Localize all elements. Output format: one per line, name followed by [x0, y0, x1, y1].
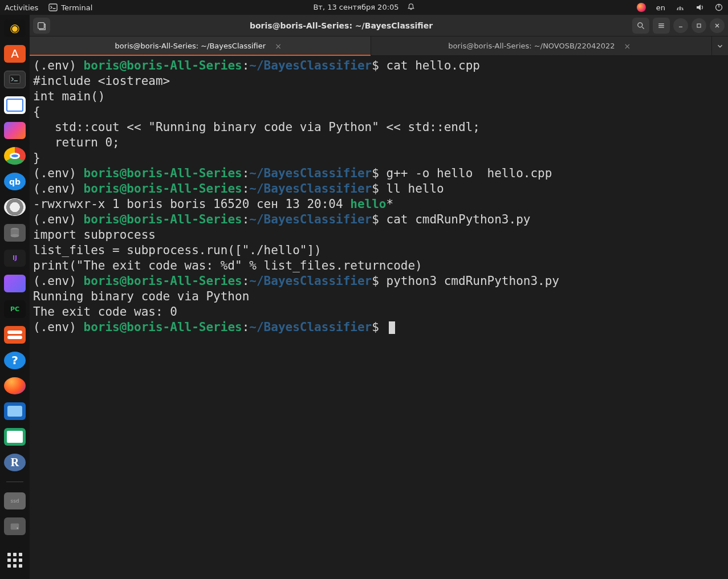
- cmd-cat-hello: cat hello.cpp: [387, 59, 480, 72]
- svg-rect-9: [697, 24, 701, 27]
- prompt-path: ~/BayesClassifier: [249, 213, 372, 226]
- tab-dropdown-button[interactable]: [712, 36, 728, 55]
- output-line: *: [387, 197, 394, 211]
- dock-item-mounted-ssd[interactable]: ssd: [4, 492, 26, 510]
- prompt-sep: :: [242, 274, 250, 288]
- clock[interactable]: Вт, 13 сентября 20:05: [313, 3, 398, 13]
- prompt-sep: :: [242, 166, 250, 180]
- dock-item-pycharm[interactable]: PC: [4, 300, 26, 318]
- dock-item-libreoffice-calc[interactable]: [4, 428, 26, 446]
- prompt-user: boris@boris-All-Series: [84, 182, 242, 195]
- show-applications-button[interactable]: [4, 551, 26, 569]
- prompt-sep: :: [242, 320, 250, 334]
- prompt-path: ~/BayesClassifier: [249, 59, 372, 72]
- prompt-dollar: $: [372, 182, 386, 195]
- dock: ◉ A qb IJ PC ? R ssd: [0, 15, 30, 579]
- dock-item-intellij[interactable]: IJ: [4, 250, 26, 267]
- dock-item-text-editor[interactable]: [4, 96, 26, 114]
- prompt-user: boris@boris-All-Series: [84, 213, 242, 226]
- dock-separator: [6, 482, 23, 482]
- terminal-tab-1[interactable]: boris@boris-All-Series: ~/BayesClassifie…: [30, 36, 371, 55]
- dock-item-help[interactable]: ?: [4, 352, 26, 369]
- svg-rect-0: [49, 4, 57, 11]
- terminal-tab-bar: boris@boris-All-Series: ~/BayesClassifie…: [30, 36, 728, 56]
- terminal-tab-2[interactable]: boris@boris-All-Series: ~/NOVOSB/2204202…: [371, 36, 713, 55]
- prompt-user: boris@boris-All-Series: [84, 274, 242, 288]
- dock-item-disk-analyzer[interactable]: [4, 122, 26, 140]
- venv-prefix: (.env): [33, 182, 84, 195]
- dock-item-tweaks[interactable]: [4, 326, 26, 344]
- dock-item-software[interactable]: A: [4, 45, 26, 63]
- output-line: #include <iostream>: [33, 74, 170, 88]
- prompt-sep: :: [242, 213, 250, 226]
- new-tab-button[interactable]: [33, 18, 50, 34]
- dock-item-rstudio[interactable]: R: [4, 454, 26, 471]
- prompt-user: boris@boris-All-Series: [84, 59, 242, 72]
- prompt-sep: :: [242, 59, 250, 72]
- output-line: std::cout << "Running binary code via Py…: [33, 120, 480, 134]
- output-line: The exit code was: 0: [33, 305, 177, 319]
- activities-button[interactable]: Activities: [5, 3, 38, 12]
- svg-rect-5: [11, 523, 19, 529]
- close-button[interactable]: [710, 18, 725, 33]
- venv-prefix: (.env): [33, 59, 84, 72]
- prompt-dollar: $: [372, 213, 386, 226]
- input-language[interactable]: en: [656, 3, 665, 12]
- dock-item-terminal[interactable]: [4, 71, 26, 88]
- firefox-indicator-icon[interactable]: [637, 3, 646, 12]
- dock-item-rhythmbox[interactable]: ◉: [4, 19, 26, 37]
- notifications-icon[interactable]: [407, 3, 415, 13]
- prompt-path: ~/BayesClassifier: [249, 182, 372, 195]
- dock-item-mounted-drive[interactable]: [4, 517, 26, 535]
- output-line: list_files = subprocess.run(["./hello"]): [33, 243, 322, 257]
- tab-close-icon[interactable]: ×: [620, 42, 634, 51]
- output-line: print("The exit code was: %d" % list_fil…: [33, 259, 422, 272]
- window-titlebar: boris@boris-All-Series: ~/BayesClassifie…: [30, 15, 728, 36]
- svg-point-4: [11, 234, 19, 238]
- terminal-icon: [48, 3, 58, 12]
- prompt-sep: :: [242, 182, 250, 195]
- power-icon[interactable]: [714, 3, 723, 12]
- app-indicator[interactable]: Terminal: [48, 3, 92, 12]
- volume-icon[interactable]: [695, 3, 704, 12]
- terminal-content[interactable]: (.env) boris@boris-All-Series:~/BayesCla…: [30, 56, 728, 579]
- hamburger-menu-button[interactable]: [653, 18, 670, 34]
- tab-label: boris@boris-All-Series: ~/NOVOSB/2204202…: [448, 42, 615, 50]
- window-title: boris@boris-All-Series: ~/BayesClassifie…: [54, 21, 629, 30]
- app-name: Terminal: [61, 3, 92, 12]
- output-line: int main(): [33, 89, 105, 103]
- venv-prefix: (.env): [33, 213, 84, 226]
- top-panel: Activities Terminal Вт, 13 сентября 20:0…: [0, 0, 728, 15]
- output-line: -rwxrwxr-x 1 boris boris 16520 сен 13 20…: [33, 197, 350, 211]
- output-line: import subprocess: [33, 228, 156, 242]
- svg-point-6: [17, 527, 18, 528]
- dock-item-brasero[interactable]: [4, 198, 26, 216]
- prompt-dollar: $: [372, 166, 386, 180]
- svg-point-8: [638, 22, 642, 27]
- dock-item-shotwell[interactable]: [4, 402, 26, 420]
- maximize-button[interactable]: [692, 18, 706, 33]
- cmd-ll: ll hello: [387, 182, 444, 195]
- prompt-user: boris@boris-All-Series: [84, 166, 242, 180]
- prompt-path: ~/BayesClassifier: [249, 320, 372, 334]
- prompt-path: ~/BayesClassifier: [249, 166, 372, 180]
- output-line: {: [33, 105, 40, 119]
- output-line: return 0;: [33, 136, 120, 149]
- dock-item-qbittorrent[interactable]: qb: [4, 173, 26, 190]
- terminal-window: boris@boris-All-Series: ~/BayesClassifie…: [30, 15, 728, 579]
- tab-close-icon[interactable]: ×: [271, 42, 285, 51]
- exec-filename: hello: [350, 197, 386, 211]
- venv-prefix: (.env): [33, 320, 84, 334]
- prompt-path: ~/BayesClassifier: [249, 274, 372, 288]
- svg-rect-2: [10, 75, 20, 84]
- dock-item-database[interactable]: [4, 224, 26, 242]
- dock-item-chrome[interactable]: [4, 147, 26, 165]
- dock-item-firefox[interactable]: [4, 377, 26, 395]
- svg-rect-7: [38, 22, 44, 28]
- venv-prefix: (.env): [33, 274, 84, 288]
- network-icon[interactable]: [676, 3, 685, 12]
- minimize-button[interactable]: [673, 18, 688, 33]
- dock-item-vector-app[interactable]: [4, 275, 26, 292]
- output-line: Running binary code via Python: [33, 290, 249, 303]
- search-button[interactable]: [632, 18, 649, 34]
